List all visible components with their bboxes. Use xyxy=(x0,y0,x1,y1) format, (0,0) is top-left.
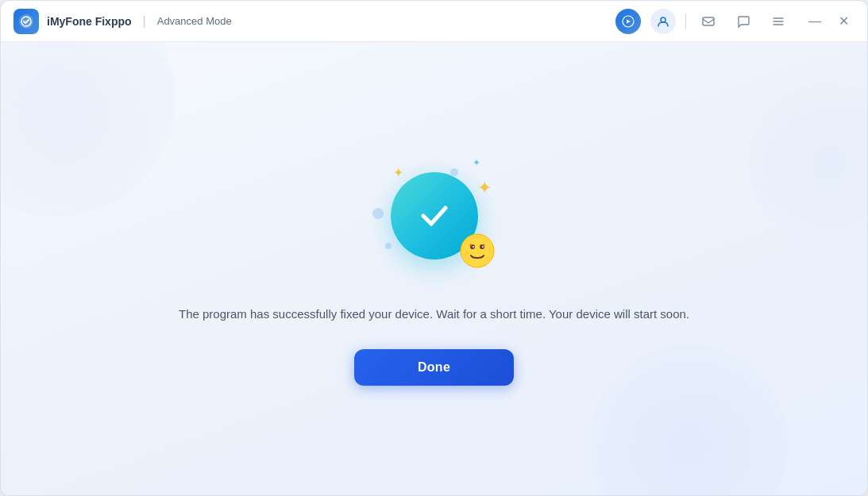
svg-point-7 xyxy=(469,244,472,246)
menu-button[interactable] xyxy=(766,9,791,34)
music-button[interactable] xyxy=(615,9,641,34)
app-logo xyxy=(14,9,39,34)
chat-button[interactable] xyxy=(731,9,756,34)
window-controls: — ✕ xyxy=(804,10,854,33)
svg-point-9 xyxy=(473,246,474,248)
success-message-container: The program has successfully fixed your … xyxy=(179,305,689,324)
svg-point-4 xyxy=(461,234,494,267)
title-bar-left: iMyFone Fixppo | Advanced Mode xyxy=(14,9,232,34)
separator xyxy=(685,13,686,29)
sparkle-top-right: ✦ xyxy=(473,157,480,168)
bg-decoration-3 xyxy=(748,82,867,240)
title-bar-right: — ✕ xyxy=(615,9,854,34)
success-text: The program has successfully fixed your … xyxy=(179,305,689,324)
title-bar: iMyFone Fixppo | Advanced Mode xyxy=(1,1,867,42)
sparkle-top-left: ✦ xyxy=(393,165,403,180)
sparkle-right: ✦ xyxy=(477,178,492,198)
svg-rect-3 xyxy=(703,17,714,25)
center-content: ✦ ✦ ✦ xyxy=(179,152,689,386)
emoji-badge xyxy=(460,233,495,273)
app-name: iMyFone Fixppo xyxy=(47,15,132,28)
app-window: iMyFone Fixppo | Advanced Mode xyxy=(0,0,868,496)
mode-label: Advanced Mode xyxy=(157,15,232,27)
bubble-3 xyxy=(450,168,458,176)
title-divider: | xyxy=(143,14,146,29)
mail-button[interactable] xyxy=(696,9,721,34)
user-profile-button[interactable] xyxy=(650,9,676,34)
svg-point-10 xyxy=(482,246,484,248)
checkmark-icon xyxy=(414,195,455,236)
minimize-button[interactable]: — xyxy=(804,10,826,33)
bubble-2 xyxy=(385,243,392,249)
bg-decoration-1 xyxy=(1,42,176,217)
bubble-1 xyxy=(372,208,384,219)
svg-point-2 xyxy=(661,17,665,22)
main-content: ✦ ✦ ✦ xyxy=(1,42,867,495)
done-button[interactable]: Done xyxy=(354,349,514,386)
success-illustration: ✦ ✦ ✦ xyxy=(371,152,498,279)
close-button[interactable]: ✕ xyxy=(832,10,854,33)
